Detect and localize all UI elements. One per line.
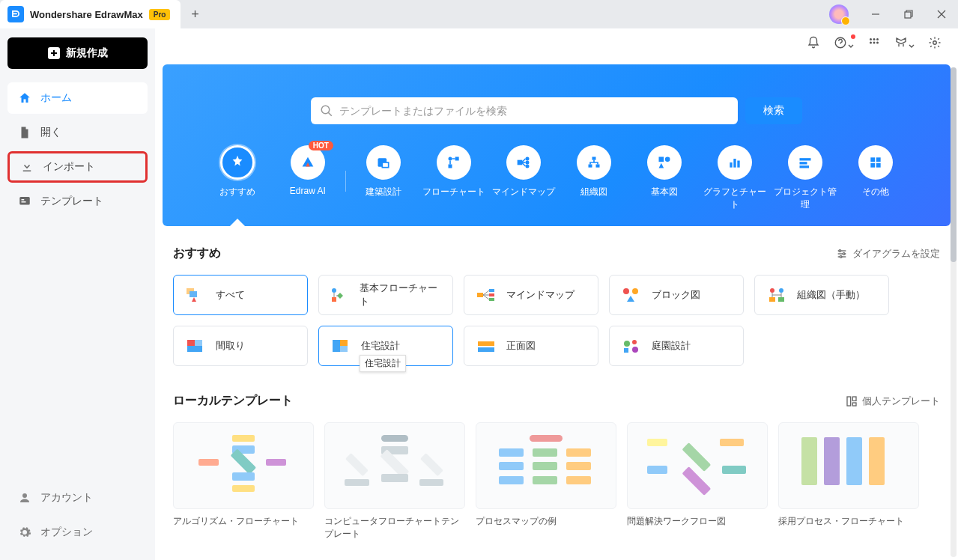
category-label: おすすめ	[219, 186, 255, 198]
filter-block[interactable]: ブロック図	[609, 275, 744, 315]
filter-floorplan[interactable]: 間取り	[173, 326, 308, 366]
svg-rect-85	[847, 397, 851, 406]
category-label: フローチャート	[422, 186, 485, 198]
sidebar-item-home[interactable]: ホーム	[7, 82, 148, 114]
template-icon	[18, 195, 31, 208]
svg-rect-62	[489, 293, 494, 296]
svg-rect-30	[592, 157, 596, 160]
svg-point-64	[623, 288, 629, 294]
svg-point-50	[840, 255, 842, 258]
template-thumbnail	[173, 422, 314, 509]
configure-diagram-link[interactable]: ダイアグラムを設定	[836, 247, 940, 261]
svg-rect-43	[870, 163, 875, 168]
local-templates-section: ローカルテンプレート 個人テンプレート	[155, 374, 958, 548]
svg-point-34	[665, 157, 670, 162]
svg-rect-76	[333, 340, 340, 352]
bell-icon[interactable]	[807, 36, 820, 52]
scrollbar-thumb[interactable]	[951, 67, 957, 262]
filter-label: ブロック図	[652, 288, 700, 302]
toolbar-top-right	[807, 36, 942, 52]
svg-point-84	[632, 347, 638, 353]
settings-icon[interactable]	[928, 36, 942, 52]
category-org[interactable]: 組織図	[561, 145, 627, 211]
category-label: 基本図	[651, 186, 678, 198]
sidebar-item-account[interactable]: アカウント	[7, 482, 148, 514]
apps-icon[interactable]	[867, 36, 881, 52]
svg-rect-73	[187, 340, 195, 346]
svg-rect-83	[624, 348, 628, 353]
new-document-button[interactable]: 新規作成	[7, 37, 148, 69]
category-recommend[interactable]: おすすめ	[204, 145, 270, 211]
scrollbar[interactable]	[951, 67, 957, 557]
help-icon[interactable]	[834, 36, 854, 52]
filter-mindmap[interactable]: マインドマップ	[464, 275, 598, 315]
filter-label: 基本フローチャート	[360, 281, 442, 308]
svg-point-29	[527, 165, 529, 167]
category-other[interactable]: その他	[843, 145, 909, 211]
window-controls	[829, 0, 958, 28]
hero-banner: 検索 おすすめ HOT Edraw AI	[163, 64, 951, 226]
svg-rect-33	[659, 157, 664, 162]
app-title: Wondershare EdrawMax	[30, 9, 143, 20]
svg-point-65	[632, 288, 638, 294]
template-card[interactable]: コンピュータフローチャートテンプレート	[324, 422, 465, 541]
search-button[interactable]: 検索	[745, 97, 802, 124]
filter-basicflow[interactable]: 基本フローチャート	[318, 275, 453, 315]
category-project[interactable]: プロジェクト管理	[772, 145, 838, 211]
svg-rect-41	[870, 157, 875, 162]
category-chart[interactable]: グラフとチャート	[702, 145, 768, 211]
theme-icon[interactable]	[894, 36, 915, 52]
sidebar: 新規作成 ホーム 開く インポート テンプレート アカウント オプション	[0, 28, 155, 560]
user-avatar[interactable]	[829, 4, 849, 24]
category-edrawai[interactable]: HOT Edraw AI	[275, 145, 341, 211]
template-card[interactable]: 問題解決ワークフロー図	[627, 422, 768, 541]
template-card[interactable]: プロセスマップの例	[476, 422, 616, 541]
template-thumbnail	[627, 422, 768, 509]
svg-point-10	[873, 38, 876, 40]
sidebar-item-open[interactable]: 開く	[7, 117, 148, 148]
svg-rect-69	[778, 297, 784, 302]
filter-label: 住宅設計	[361, 339, 400, 353]
recommend-section: おすすめ ダイアグラムを設定 すべて 基本フローチャート	[155, 226, 958, 374]
category-flow[interactable]: フローチャート	[421, 145, 487, 211]
svg-rect-57	[477, 293, 483, 297]
filter-garden[interactable]: 庭園設計	[609, 326, 744, 366]
filter-all[interactable]: すべて	[173, 275, 308, 315]
house-icon	[330, 338, 352, 354]
svg-rect-6	[22, 201, 26, 203]
maximize-button[interactable]	[892, 0, 925, 28]
filter-elevation[interactable]: 正面図	[464, 326, 598, 366]
svg-point-9	[870, 38, 872, 40]
plus-icon	[48, 47, 60, 59]
filter-orgmanual[interactable]: 組織図（手動）	[754, 275, 889, 315]
svg-line-58	[483, 290, 489, 295]
svg-rect-40	[800, 165, 810, 168]
template-card[interactable]: アルゴリズム・フローチャート	[173, 422, 314, 541]
filter-house[interactable]: 住宅設計 住宅設計	[318, 326, 453, 366]
minimize-button[interactable]	[859, 0, 892, 28]
svg-rect-80	[478, 347, 494, 352]
close-button[interactable]	[925, 0, 958, 28]
personal-templates-link[interactable]: 個人テンプレート	[846, 395, 940, 408]
category-mindmap[interactable]: マインドマップ	[491, 145, 557, 211]
category-arch[interactable]: 建築設計	[351, 145, 416, 211]
sidebar-item-options[interactable]: オプション	[7, 517, 148, 548]
sidebar-item-templates[interactable]: テンプレート	[7, 186, 148, 217]
category-label: 組織図	[580, 186, 607, 198]
flowchart-icon	[330, 287, 351, 303]
template-card[interactable]: 採用プロセス・フローチャート	[778, 422, 919, 541]
svg-point-53	[332, 288, 336, 293]
user-icon	[18, 491, 31, 505]
svg-rect-37	[737, 161, 739, 168]
svg-rect-32	[596, 165, 600, 168]
sidebar-item-import[interactable]: インポート	[7, 151, 148, 183]
category-basic[interactable]: 基本図	[631, 145, 697, 211]
configure-label: ダイアグラムを設定	[852, 247, 940, 261]
template-label: アルゴリズム・フローチャート	[173, 515, 314, 528]
pro-badge: Pro	[149, 9, 171, 20]
svg-rect-54	[332, 297, 336, 302]
new-tab-button[interactable]: +	[181, 7, 209, 22]
search-input[interactable]	[339, 105, 729, 117]
template-thumbnail	[778, 422, 919, 509]
svg-rect-63	[489, 298, 494, 301]
